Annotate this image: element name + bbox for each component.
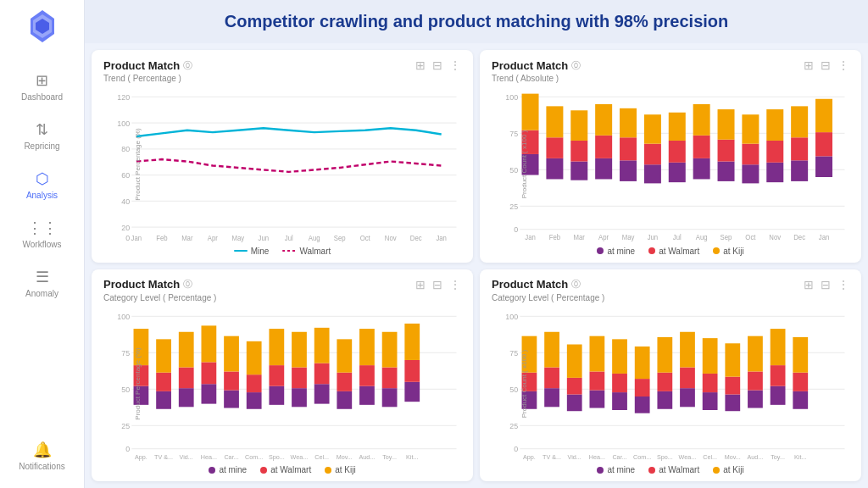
chart-help-icon-4[interactable]: ⓪	[571, 278, 581, 291]
chart-filter-icon-4[interactable]: ⊟	[821, 278, 831, 291]
svg-rect-198	[748, 371, 763, 390]
svg-text:50: 50	[509, 166, 518, 175]
svg-text:TV &...: TV &...	[154, 452, 173, 460]
svg-rect-115	[201, 362, 216, 384]
chart-filter-icon-1[interactable]: ⊟	[432, 58, 442, 72]
svg-rect-49	[570, 110, 587, 141]
sidebar-item-notifications[interactable]: 🔔 Notifications	[8, 434, 76, 478]
chart-body-4: Product Count ( x100 ) 100 75 50 25 0	[492, 306, 849, 463]
svg-rect-129	[314, 384, 330, 403]
svg-rect-109	[156, 372, 171, 391]
legend-at-kiji-3: at Kiji	[325, 465, 355, 474]
svg-text:75: 75	[509, 348, 518, 357]
svg-rect-48	[570, 141, 587, 162]
svg-rect-51	[595, 136, 612, 158]
chart-grid-icon-3[interactable]: ⊞	[415, 278, 426, 291]
svg-text:Vid...: Vid...	[180, 452, 193, 460]
sidebar-item-analysis[interactable]: ⬡ Analysis	[8, 163, 76, 207]
sidebar-item-anomaly[interactable]: ☰ Anomaly	[8, 261, 76, 305]
legend-at-walmart-label-3: at Walmart	[270, 465, 311, 474]
sidebar-item-label-anomaly: Anomaly	[25, 289, 58, 298]
svg-rect-69	[742, 144, 759, 165]
svg-rect-141	[404, 381, 420, 401]
svg-text:Kit...: Kit...	[794, 452, 806, 460]
svg-text:0: 0	[125, 444, 130, 452]
svg-text:Jun: Jun	[648, 233, 659, 241]
legend-at-kiji-color-3	[325, 467, 331, 474]
chart-controls-3: ⊞ ⊟ ⋮	[415, 278, 461, 291]
svg-rect-179	[612, 392, 627, 410]
sidebar: ⊞ Dashboard ⇅ Repricing ⬡ Analysis ⋮⋮ Wo…	[0, 0, 85, 488]
legend-at-mine: at mine	[597, 247, 635, 256]
svg-rect-176	[589, 390, 604, 408]
legend-at-mine-label: at mine	[607, 247, 635, 256]
chart-help-icon-2[interactable]: ⓪	[571, 59, 581, 72]
chart-grid-icon-2[interactable]: ⊞	[804, 58, 814, 72]
svg-rect-200	[771, 385, 786, 404]
svg-text:Jul: Jul	[285, 235, 293, 242]
analysis-icon: ⬡	[36, 169, 49, 188]
svg-text:May: May	[231, 235, 245, 242]
chart-filter-icon-2[interactable]: ⊟	[821, 58, 831, 72]
sidebar-item-label-repricing: Repricing	[24, 141, 59, 151]
svg-text:120: 120	[117, 93, 130, 102]
sidebar-item-label-notifications: Notifications	[19, 462, 64, 471]
svg-rect-174	[567, 377, 582, 394]
svg-text:TV &...: TV &...	[542, 452, 561, 460]
svg-rect-122	[247, 341, 262, 374]
chart-grid-icon-1[interactable]: ⊞	[415, 58, 426, 72]
legend-at-kiji-4: at Kiji	[713, 465, 743, 474]
svg-rect-203	[793, 391, 808, 408]
chart-grid-icon-4[interactable]: ⊞	[804, 278, 814, 291]
svg-rect-172	[544, 331, 559, 367]
chart-help-icon-3[interactable]: ⓪	[183, 278, 192, 291]
chart-more-icon-1[interactable]: ⋮	[449, 58, 461, 72]
svg-text:2023: 2023	[812, 241, 827, 242]
chart-more-icon-4[interactable]: ⋮	[837, 278, 849, 291]
sidebar-item-workflows[interactable]: ⋮⋮ Workflows	[8, 212, 76, 256]
legend-at-kiji-color	[713, 247, 720, 254]
svg-text:Spo...: Spo...	[657, 452, 673, 460]
svg-text:Mov...: Mov...	[337, 452, 353, 460]
svg-rect-46	[546, 106, 563, 137]
chart-help-icon-1[interactable]: ⓪	[183, 59, 192, 72]
legend-walmart: Walmart	[282, 247, 331, 256]
svg-text:60: 60	[121, 171, 130, 180]
svg-text:Toy...: Toy...	[771, 452, 785, 460]
chart-product-match-category-count: Product Match ⓪ ⊞ ⊟ ⋮ Category Level ( P…	[480, 269, 861, 482]
svg-text:Dec: Dec	[793, 233, 805, 241]
svg-rect-57	[644, 144, 661, 165]
svg-text:Kit...: Kit...	[406, 452, 418, 460]
charts-grid: Product Match ⓪ ⊞ ⊟ ⋮ Trend ( Percentage…	[85, 43, 868, 488]
legend-mine-color	[234, 250, 248, 252]
svg-text:Wea...: Wea...	[679, 452, 697, 460]
svg-text:100: 100	[505, 312, 518, 320]
svg-rect-195	[725, 376, 740, 394]
chart-more-icon-3[interactable]: ⋮	[449, 278, 461, 291]
legend-walmart-color	[282, 250, 296, 252]
svg-rect-139	[382, 367, 398, 388]
svg-rect-58	[644, 114, 661, 143]
svg-text:50: 50	[121, 385, 130, 393]
sidebar-item-repricing[interactable]: ⇅ Repricing	[8, 114, 76, 158]
chart-more-icon-2[interactable]: ⋮	[837, 58, 849, 72]
chart-filter-icon-3[interactable]: ⊟	[432, 278, 442, 291]
chart-body-2: Product Count ( x100 ) 100 75 50 25 0	[492, 86, 849, 243]
svg-text:App.: App.	[523, 452, 536, 460]
sidebar-item-dashboard[interactable]: ⊞ Dashboard	[8, 64, 76, 108]
chart-title-4: Product Match	[492, 278, 568, 291]
svg-rect-140	[382, 331, 398, 367]
svg-text:Jul: Jul	[673, 233, 682, 241]
svg-text:Car...: Car...	[612, 452, 626, 460]
chart-title-block-4: Product Match ⓪	[492, 278, 581, 291]
svg-rect-68	[742, 164, 759, 183]
legend-at-mine-3: at mine	[209, 465, 247, 474]
svg-rect-180	[612, 373, 627, 391]
svg-rect-178	[589, 336, 604, 371]
svg-rect-112	[179, 367, 194, 388]
svg-rect-190	[680, 331, 695, 367]
chart-controls-1: ⊞ ⊟ ⋮	[415, 58, 461, 72]
anomaly-icon: ☰	[36, 268, 49, 286]
svg-text:Mar: Mar	[181, 235, 193, 242]
chart-subtitle-3: Category Level ( Percentage )	[103, 293, 461, 302]
